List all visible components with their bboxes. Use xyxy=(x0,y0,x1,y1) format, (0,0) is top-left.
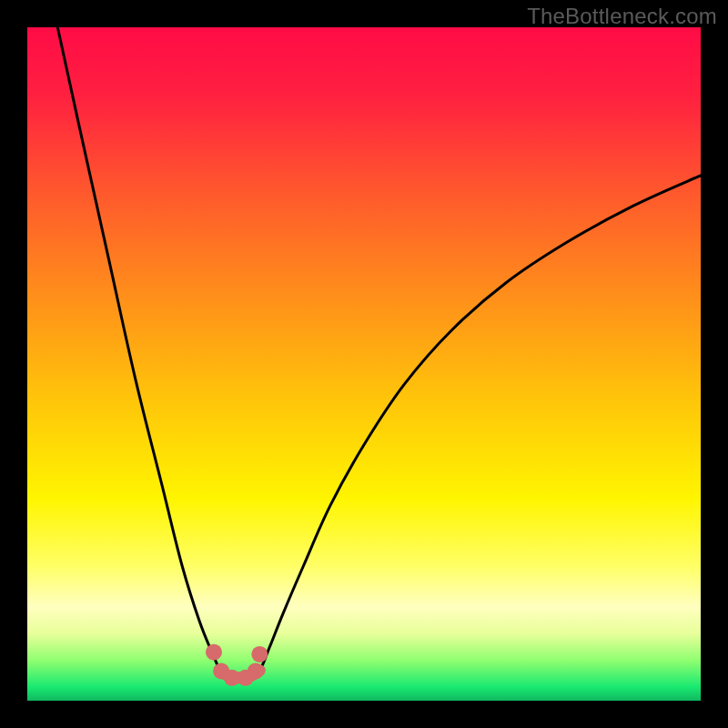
valley-marker xyxy=(248,662,264,679)
chart-frame: TheBottleneck.com xyxy=(0,0,728,728)
chart-canvas xyxy=(0,0,728,728)
watermark-text: TheBottleneck.com xyxy=(527,4,717,29)
plot-background xyxy=(27,27,701,701)
valley-marker xyxy=(206,644,222,661)
valley-marker xyxy=(251,646,268,662)
